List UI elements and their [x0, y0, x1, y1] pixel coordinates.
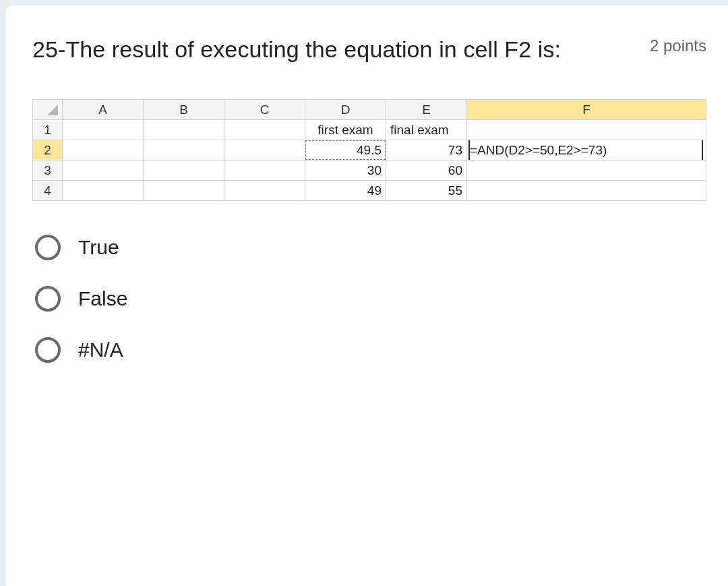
select-all-corner [33, 100, 63, 120]
cell-B2 [144, 140, 224, 160]
row-header-4: 4 [33, 181, 63, 201]
cell-A4 [63, 181, 144, 201]
cell-B1 [144, 120, 224, 140]
question-title: 25-The result of executing the equation … [32, 32, 623, 67]
question-card: 25-The result of executing the equation … [5, 5, 728, 586]
cell-A1 [63, 120, 144, 140]
option-label: #N/A [78, 339, 123, 361]
table-row: 4 49 55 [33, 181, 706, 201]
cell-F4 [467, 181, 706, 201]
cell-F3 [467, 160, 706, 181]
option-label: False [78, 287, 127, 310]
col-header-C: C [224, 100, 305, 120]
spreadsheet: A B C D E F 1 first exam final exam [32, 99, 706, 201]
cell-A2 [63, 140, 144, 160]
question-points: 2 points [650, 32, 706, 55]
col-header-A: A [63, 100, 144, 120]
col-header-D: D [305, 100, 386, 120]
radio-icon [35, 286, 61, 312]
svg-marker-0 [47, 105, 58, 115]
option-true[interactable]: True [35, 235, 706, 260]
cell-C4 [224, 181, 305, 201]
radio-icon [35, 337, 61, 363]
option-na[interactable]: #N/A [35, 337, 706, 363]
option-false[interactable]: False [35, 286, 706, 312]
cell-B4 [144, 181, 224, 201]
row-header-3: 3 [33, 160, 63, 181]
option-label: True [78, 236, 119, 259]
cell-C1 [224, 120, 305, 140]
cell-B3 [144, 160, 224, 181]
cell-D4: 49 [305, 181, 386, 201]
cell-E1: final exam [386, 120, 467, 140]
col-header-F: F [467, 100, 706, 120]
row-header-2: 2 [33, 140, 63, 160]
radio-icon [35, 235, 61, 260]
cell-A3 [63, 160, 144, 181]
cell-C3 [224, 160, 305, 181]
cell-E3: 60 [386, 160, 467, 181]
row-header-1: 1 [33, 120, 63, 140]
cell-F2-formula: =AND(D2>=50,E2>=73) [470, 143, 607, 158]
table-row: 2 49.5 73 =AND(D2>=50,E2>=73) [33, 140, 706, 160]
spreadsheet-image: A B C D E F 1 first exam final exam [32, 99, 706, 201]
table-row: 3 30 60 [33, 160, 706, 181]
col-header-B: B [144, 100, 224, 120]
cell-E2: 73 [386, 140, 467, 160]
cell-F2: =AND(D2>=50,E2>=73) [467, 140, 706, 160]
cell-C2 [224, 140, 305, 160]
cell-E4: 55 [386, 181, 467, 201]
table-row: 1 first exam final exam [33, 120, 706, 140]
cell-D3: 30 [305, 160, 386, 181]
cell-F1 [467, 120, 706, 140]
col-header-E: E [386, 100, 467, 120]
cell-D1: first exam [305, 120, 386, 140]
question-header: 25-The result of executing the equation … [32, 32, 706, 67]
column-header-row: A B C D E F [33, 100, 706, 120]
cell-D2: 49.5 [305, 140, 386, 160]
options-group: True False #N/A [32, 235, 706, 363]
